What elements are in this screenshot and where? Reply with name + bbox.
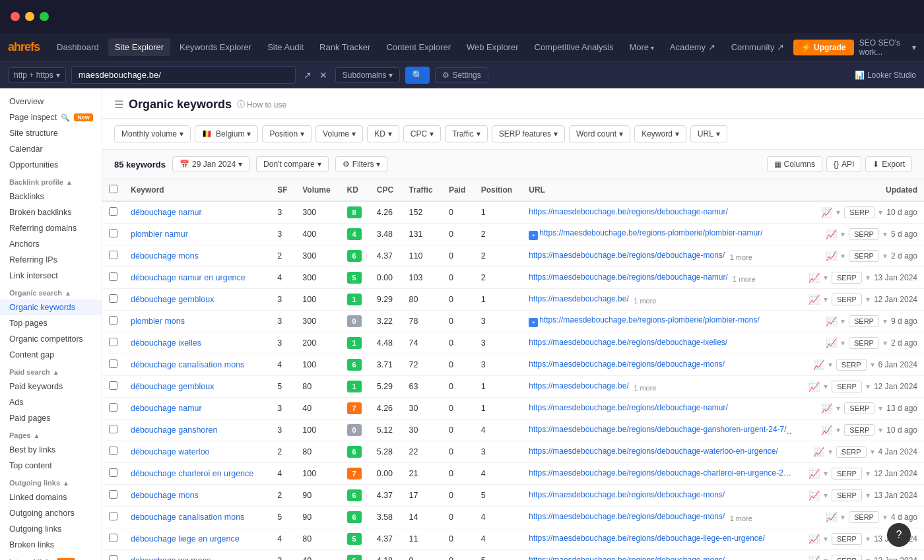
select-all-checkbox[interactable] — [102, 179, 124, 201]
sidebar-item-organic-competitors[interactable]: Organic competitors — [0, 331, 102, 347]
url-link[interactable]: https://maesdebouchage.be/regions/debouc… — [529, 359, 725, 369]
checkbox-all[interactable] — [109, 185, 117, 193]
sidebar-section-outgoing-links[interactable]: Outgoing links ▲ — [0, 474, 102, 489]
help-button[interactable]: ? — [887, 523, 911, 547]
chart-icon[interactable]: 📈 — [826, 251, 837, 261]
sidebar-section-organic-search[interactable]: Organic search ▲ — [0, 284, 102, 299]
th-sf[interactable]: SF — [271, 179, 296, 201]
row-checkbox[interactable] — [109, 229, 117, 237]
serp-button[interactable]: SERP — [832, 381, 862, 392]
how-to-use-button[interactable]: ⓘ How to use — [237, 99, 286, 110]
sidebar-item-content-gap[interactable]: Content gap — [0, 347, 102, 363]
url-link[interactable]: https://maesdebouchage.be/regions/debouc… — [529, 468, 792, 478]
row-checkbox[interactable] — [109, 294, 117, 303]
more-urls-link[interactable]: 1 more — [730, 514, 752, 522]
url-link[interactable]: https://maesdebouchage.be/regions/debouc… — [529, 490, 725, 499]
nav-community[interactable]: Community ↗ — [725, 38, 791, 56]
keyword-link[interactable]: débouchage ganshoren — [131, 425, 217, 435]
row-checkbox[interactable] — [109, 359, 117, 368]
serp-button[interactable]: SERP — [832, 294, 862, 305]
chart-icon[interactable]: 📈 — [826, 316, 837, 327]
settings-button[interactable]: ⚙ Settings — [435, 67, 488, 83]
search-button[interactable]: 🔍 — [405, 67, 430, 84]
sidebar-item-ads[interactable]: Ads — [0, 394, 102, 410]
th-paid[interactable]: Paid — [442, 179, 475, 201]
chart-icon[interactable]: 📈 — [808, 490, 820, 501]
sidebar-item-best-by-links[interactable]: Best by links — [0, 442, 102, 458]
serp-button[interactable]: SERP — [849, 337, 879, 349]
keyword-link[interactable]: débouchage liege en urgence — [131, 534, 240, 544]
sidebar-item-outgoing-links[interactable]: Outgoing links — [0, 521, 102, 537]
url-link[interactable]: https://maesdebouchage.be/regions/debouc… — [529, 207, 728, 216]
serp-button[interactable]: SERP — [849, 250, 879, 262]
chart-icon[interactable]: 📈 — [821, 403, 832, 414]
keyword-link[interactable]: débouchage waterloo — [131, 447, 210, 456]
sidebar-item-opportunities[interactable]: Opportunities — [0, 157, 102, 173]
sidebar-item-linked-domains[interactable]: Linked domains — [0, 489, 102, 505]
nav-site-explorer[interactable]: Site Explorer — [108, 38, 170, 56]
looker-studio-button[interactable]: 📊 Looker Studio — [855, 71, 916, 80]
serp-button[interactable]: SERP — [832, 468, 862, 480]
serp-button[interactable]: SERP — [832, 272, 862, 284]
word-count-filter[interactable]: Word count ▾ — [569, 125, 630, 142]
row-checkbox[interactable] — [109, 468, 117, 477]
row-checkbox[interactable] — [109, 490, 117, 499]
sidebar-item-link-intersect[interactable]: Link intersect — [0, 268, 102, 284]
keyword-link[interactable]: plombier namur — [131, 230, 188, 239]
nav-academy[interactable]: Academy ↗ — [663, 38, 722, 56]
keyword-link[interactable]: débouchage mons — [131, 251, 199, 261]
chart-icon[interactable]: 📈 — [826, 338, 837, 348]
api-button[interactable]: {} API — [826, 156, 861, 172]
serp-button[interactable]: SERP — [844, 424, 874, 436]
sidebar-item-top-content[interactable]: Top content — [0, 458, 102, 474]
chart-icon[interactable]: 📈 — [826, 229, 837, 239]
keyword-link[interactable]: debouchage canalisation mons — [131, 513, 244, 522]
url-link[interactable]: https://maesdebouchage.be/regions/debouc… — [529, 338, 727, 347]
keyword-filter[interactable]: Keyword ▾ — [634, 125, 686, 142]
serp-button[interactable]: SERP — [849, 228, 879, 240]
serp-button[interactable]: SERP — [849, 511, 879, 523]
traffic-filter[interactable]: Traffic ▾ — [445, 125, 488, 142]
th-position[interactable]: Position — [475, 179, 523, 201]
subdomain-selector[interactable]: Subdomains ▾ — [335, 67, 401, 83]
chart-icon[interactable]: 📈 — [826, 512, 837, 522]
sidebar-item-site-structure[interactable]: Site structure — [0, 125, 102, 141]
row-checkbox[interactable] — [109, 403, 117, 412]
url-link[interactable]: https://maesdebouchage.be/regions/debouc… — [529, 512, 725, 521]
more-urls-link[interactable]: 1 more — [730, 253, 752, 261]
chart-icon[interactable]: 📈 — [808, 381, 820, 392]
sidebar-item-referring-domains[interactable]: Referring domains — [0, 220, 102, 236]
row-checkbox[interactable] — [109, 338, 117, 346]
keyword-link[interactable]: debouchage namur — [131, 404, 202, 413]
nav-web-explorer[interactable]: Web Explorer — [460, 38, 525, 56]
sidebar-item-paid-keywords[interactable]: Paid keywords — [0, 379, 102, 394]
date-selector[interactable]: 📅 29 Jan 2024 ▾ — [172, 156, 249, 172]
open-url-button[interactable]: ↗ — [301, 67, 314, 83]
sidebar-item-overview[interactable]: Overview — [0, 94, 102, 109]
sidebar-item-outgoing-anchors[interactable]: Outgoing anchors — [0, 505, 102, 521]
ahrefs-logo[interactable]: ahrefs — [8, 40, 40, 54]
th-keyword[interactable]: Keyword — [124, 179, 271, 201]
sidebar-section-pages[interactable]: Pages ▲ — [0, 426, 102, 442]
th-volume[interactable]: Volume — [296, 179, 340, 201]
url-input[interactable] — [71, 66, 296, 84]
position-filter[interactable]: Position ▾ — [262, 125, 312, 142]
url-filter[interactable]: URL ▾ — [690, 125, 727, 142]
nav-content-explorer[interactable]: Content Explorer — [380, 38, 457, 56]
clear-url-button[interactable]: ✕ — [317, 67, 330, 83]
filters-button[interactable]: ⚙ Filters ▾ — [335, 156, 388, 172]
sidebar-item-organic-keywords[interactable]: Organic keywords — [0, 299, 102, 315]
serp-button[interactable]: SERP — [844, 206, 874, 218]
workspace-selector[interactable]: SEO SEO's work... ▾ — [859, 38, 916, 57]
keyword-link[interactable]: débouchage namur — [131, 208, 202, 217]
traffic-light-yellow[interactable] — [25, 12, 34, 21]
keyword-link[interactable]: débouchage gembloux — [131, 295, 214, 304]
sidebar-item-top-pages[interactable]: Top pages — [0, 315, 102, 331]
keyword-link[interactable]: débouchage charleroi en urgence — [131, 469, 253, 478]
volume-filter[interactable]: Volume ▾ — [315, 125, 363, 142]
menu-icon[interactable]: ☰ — [114, 98, 123, 111]
serp-button[interactable]: SERP — [836, 359, 867, 371]
row-checkbox[interactable] — [109, 251, 117, 259]
row-checkbox[interactable] — [109, 207, 117, 216]
row-checkbox[interactable] — [109, 555, 117, 560]
